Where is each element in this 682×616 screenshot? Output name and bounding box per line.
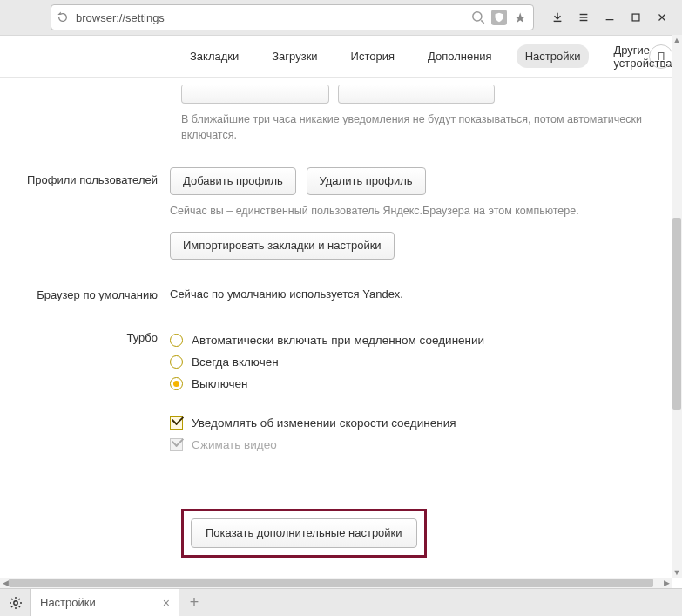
window-minimize-button[interactable] <box>597 4 623 30</box>
show-advanced-settings-button[interactable]: Показать дополнительные настройки <box>191 518 417 548</box>
svg-rect-7 <box>632 14 639 21</box>
checkbox-icon <box>170 438 183 451</box>
window-maximize-button[interactable] <box>623 4 649 30</box>
downloads-icon[interactable] <box>544 4 571 30</box>
settings-topnav: Закладки Загрузки История Дополнения Нас… <box>0 36 682 78</box>
browser-tab-strip: Настройки × + <box>0 588 682 616</box>
svg-point-0 <box>473 12 482 21</box>
bookmark-star-icon[interactable]: ★ <box>512 10 528 25</box>
import-bookmarks-button[interactable]: Импортировать закладки и настройки <box>170 232 395 260</box>
truncated-button-2[interactable] <box>338 85 495 104</box>
section-label-turbo: Турбо <box>0 325 170 460</box>
scroll-down-arrow-icon[interactable]: ▼ <box>672 567 682 578</box>
turbo-notify-checkbox[interactable]: Уведомлять об изменении скорости соедине… <box>170 416 672 430</box>
section-label-default-browser: Браузер по умолчанию <box>0 282 170 303</box>
notifications-note: В ближайшие три часа никакие уведомления… <box>181 112 672 143</box>
add-profile-button[interactable]: Добавить профиль <box>170 167 296 195</box>
scroll-thumb[interactable] <box>9 579 653 587</box>
url-input[interactable] <box>76 11 463 24</box>
radio-label: Всегда включен <box>192 355 279 369</box>
radio-icon <box>170 355 183 369</box>
search-icon[interactable] <box>470 10 486 25</box>
checkbox-label: Сжимать видео <box>192 438 277 451</box>
section-label-profiles: Профили пользователей <box>0 167 170 260</box>
scroll-thumb[interactable] <box>672 218 681 410</box>
browser-tab-settings[interactable]: Настройки × <box>31 589 179 616</box>
svg-line-15 <box>11 599 13 600</box>
default-browser-status: Сейчас по умолчанию используется Yandex. <box>170 282 672 301</box>
titlebar: ★ <box>0 0 682 35</box>
show-advanced-highlight: Показать дополнительные настройки <box>181 509 427 558</box>
shield-icon[interactable] <box>491 10 507 25</box>
reload-icon[interactable] <box>57 11 69 24</box>
turbo-compress-video-checkbox: Сжимать видео <box>170 438 672 451</box>
address-bar[interactable]: ★ <box>51 4 534 30</box>
tab-downloads[interactable]: Загрузки <box>263 44 326 68</box>
vertical-scrollbar[interactable]: ▲ ▼ <box>672 35 682 578</box>
checkbox-icon <box>170 416 183 430</box>
settings-search-button[interactable]: П <box>649 44 673 69</box>
tab-close-icon[interactable]: × <box>163 596 170 610</box>
window-close-button[interactable] <box>649 4 675 30</box>
profiles-note: Сейчас вы – единственный пользователь Ян… <box>170 204 672 220</box>
tab-title: Настройки <box>40 596 96 609</box>
radio-label: Выключен <box>192 377 247 390</box>
svg-line-18 <box>18 599 20 600</box>
settings-content: В ближайшие три часа никакие уведомления… <box>0 78 672 578</box>
radio-icon <box>170 377 183 390</box>
section-default-browser: Браузер по умолчанию Сейчас по умолчанию… <box>0 282 672 303</box>
scroll-right-arrow-icon[interactable]: ▶ <box>661 578 672 588</box>
svg-line-16 <box>18 606 20 607</box>
tab-history[interactable]: История <box>342 44 403 68</box>
svg-line-17 <box>11 606 13 607</box>
tab-bookmarks[interactable]: Закладки <box>181 44 247 68</box>
turbo-option-auto[interactable]: Автоматически включать при медленном сое… <box>170 334 672 347</box>
svg-point-10 <box>13 600 17 604</box>
turbo-option-off[interactable]: Выключен <box>170 377 672 390</box>
tab-addons[interactable]: Дополнения <box>419 44 501 68</box>
turbo-option-always[interactable]: Всегда включен <box>170 355 672 369</box>
radio-label: Автоматически включать при медленном сое… <box>192 334 484 347</box>
settings-gear-icon[interactable] <box>0 589 31 616</box>
menu-icon[interactable] <box>571 4 597 30</box>
truncated-button-1[interactable] <box>181 85 329 104</box>
section-turbo: Турбо Автоматически включать при медленн… <box>0 325 672 460</box>
new-tab-button[interactable]: + <box>179 589 209 616</box>
section-profiles: Профили пользователей Добавить профиль У… <box>0 167 672 260</box>
horizontal-scrollbar[interactable]: ◀ ▶ <box>0 578 672 588</box>
radio-icon <box>170 334 183 347</box>
svg-line-1 <box>481 20 483 23</box>
checkbox-label: Уведомлять об изменении скорости соедине… <box>192 416 456 430</box>
delete-profile-button[interactable]: Удалить профиль <box>307 167 426 195</box>
scroll-up-arrow-icon[interactable]: ▲ <box>672 35 682 45</box>
tab-settings[interactable]: Настройки <box>517 44 590 68</box>
